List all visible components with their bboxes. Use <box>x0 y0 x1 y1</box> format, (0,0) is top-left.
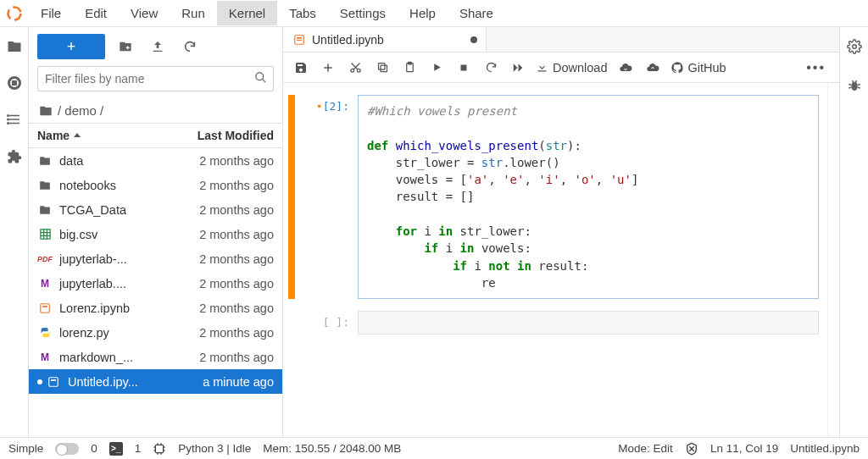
file-modified: 2 months ago <box>172 228 274 241</box>
file-modified: a minute ago <box>172 375 274 389</box>
file-name: Lorenz.ipynb <box>59 301 172 315</box>
file-row[interactable]: data2 months ago <box>29 148 282 173</box>
upload-icon[interactable] <box>146 35 170 58</box>
breadcrumb[interactable]: / demo / <box>29 98 282 124</box>
file-row[interactable]: Mmarkdown_...2 months ago <box>29 345 282 369</box>
svg-point-4 <box>7 115 8 117</box>
notebook-body: •[2]:#Which vowels present def which_vow… <box>283 83 839 437</box>
file-row[interactable]: Untitled.ipy...a minute ago <box>29 369 282 394</box>
file-modified: 2 months ago <box>172 326 274 340</box>
new-folder-icon[interactable] <box>114 35 137 58</box>
debugger-icon[interactable] <box>847 78 862 93</box>
status-kernel[interactable]: Python 3 | Idle <box>178 442 251 455</box>
file-row[interactable]: TCGA_Data2 months ago <box>29 197 282 222</box>
run-icon[interactable] <box>427 58 446 77</box>
paste-icon[interactable] <box>400 58 419 77</box>
scrollbar-track[interactable] <box>827 83 839 437</box>
svg-line-36 <box>849 85 851 86</box>
menu-share[interactable]: Share <box>448 1 505 25</box>
menu-kernel[interactable]: Kernel <box>217 1 277 25</box>
status-terminals-count[interactable]: 0 <box>91 442 97 455</box>
status-kernels-count[interactable]: 1 <box>135 442 142 455</box>
interrupt-icon[interactable] <box>454 58 473 77</box>
svg-line-37 <box>857 85 860 86</box>
filter-files-input[interactable] <box>37 66 274 91</box>
col-name-header[interactable]: Name <box>29 124 172 147</box>
extensions-icon[interactable] <box>7 149 22 164</box>
tab-title: Untitled.ipynb <box>312 33 384 47</box>
file-modified: 2 months ago <box>172 179 274 192</box>
cell-gutter <box>288 311 295 335</box>
cell-prompt: •[2]: <box>298 95 358 299</box>
code-editor[interactable]: #Which vowels present def which_vowels_p… <box>358 95 819 299</box>
restart-run-all-icon[interactable] <box>509 58 527 77</box>
file-list-header: Name Last Modified <box>29 124 282 148</box>
refresh-icon[interactable] <box>178 35 202 58</box>
tab-dirty-indicator <box>470 36 477 43</box>
running-icon[interactable] <box>8 76 21 90</box>
notebook-panel: Untitled.ipynb Download <box>283 27 839 437</box>
status-cursor-pos[interactable]: Ln 11, Col 19 <box>710 442 778 455</box>
terminal-icon: >_ <box>109 442 123 456</box>
menu-settings[interactable]: Settings <box>328 1 398 25</box>
md-icon: M <box>37 351 53 363</box>
tab-untitled[interactable]: Untitled.ipynb <box>283 27 487 52</box>
notebook-icon <box>293 34 305 46</box>
file-name: jupyterlab.... <box>59 277 172 290</box>
file-row[interactable]: big.csv2 months ago <box>29 222 282 246</box>
copy-icon[interactable] <box>373 58 392 77</box>
simple-mode-toggle[interactable] <box>55 443 79 455</box>
cell-gutter <box>288 95 295 299</box>
col-modified-header[interactable]: Last Modified <box>172 124 282 147</box>
insert-cell-icon[interactable] <box>319 58 337 77</box>
jupyter-logo[interactable] <box>0 5 29 22</box>
dirty-dot-icon <box>37 379 42 384</box>
status-mode: Mode: Edit <box>618 442 673 455</box>
file-name: TCGA_Data <box>59 203 172 217</box>
toc-icon[interactable] <box>7 112 22 127</box>
property-inspector-icon[interactable] <box>847 39 862 54</box>
more-icon[interactable]: ••• <box>801 60 831 75</box>
cloud-download-icon[interactable] <box>616 58 635 77</box>
new-launcher-button[interactable]: + <box>37 34 105 59</box>
svg-rect-42 <box>156 445 164 452</box>
svg-rect-33 <box>461 64 467 70</box>
pdf-icon: PDF <box>37 255 53 263</box>
menu-run[interactable]: Run <box>170 1 217 25</box>
code-cell-active[interactable]: •[2]:#Which vowels present def which_vow… <box>288 95 819 299</box>
menu-edit[interactable]: Edit <box>73 1 119 25</box>
cloud-upload-icon[interactable] <box>643 58 662 77</box>
csv-icon <box>37 228 53 241</box>
folder-icon[interactable] <box>7 39 22 54</box>
file-list: data2 months agonotebooks2 months agoTCG… <box>29 148 282 437</box>
cell-prompt: [ ]: <box>298 311 358 335</box>
svg-rect-29 <box>381 65 387 72</box>
menu-file[interactable]: File <box>29 1 73 25</box>
svg-line-39 <box>857 87 860 88</box>
svg-point-6 <box>7 123 8 124</box>
restart-icon[interactable] <box>481 58 500 77</box>
svg-rect-19 <box>51 379 56 381</box>
file-name: markdown_... <box>59 351 172 364</box>
status-bar: Simple 0 >_ 1 Python 3 | Idle Mem: 150.5… <box>0 437 868 459</box>
file-row[interactable]: lorenz.py2 months ago <box>29 320 282 345</box>
menu-tabs[interactable]: Tabs <box>277 1 328 25</box>
menu-help[interactable]: Help <box>398 1 448 25</box>
file-row[interactable]: Mjupyterlab....2 months ago <box>29 271 282 296</box>
download-button[interactable]: Download <box>536 61 608 75</box>
file-row[interactable]: PDFjupyterlab-...2 months ago <box>29 246 282 271</box>
cut-icon[interactable] <box>346 58 364 77</box>
svg-rect-8 <box>126 47 130 48</box>
svg-rect-21 <box>297 37 302 39</box>
activity-bar-left <box>0 27 29 437</box>
github-button[interactable]: GitHub <box>670 61 726 75</box>
file-modified: 2 months ago <box>172 252 274 266</box>
save-icon[interactable] <box>292 58 310 77</box>
code-editor[interactable] <box>358 311 819 335</box>
file-modified: 2 months ago <box>172 203 274 217</box>
file-row[interactable]: notebooks2 months ago <box>29 173 282 197</box>
code-cell-idle[interactable]: [ ]: <box>288 311 819 335</box>
file-row[interactable]: Lorenz.ipynb2 months ago <box>29 296 282 320</box>
trust-icon[interactable] <box>685 442 698 456</box>
menu-view[interactable]: View <box>119 1 170 25</box>
